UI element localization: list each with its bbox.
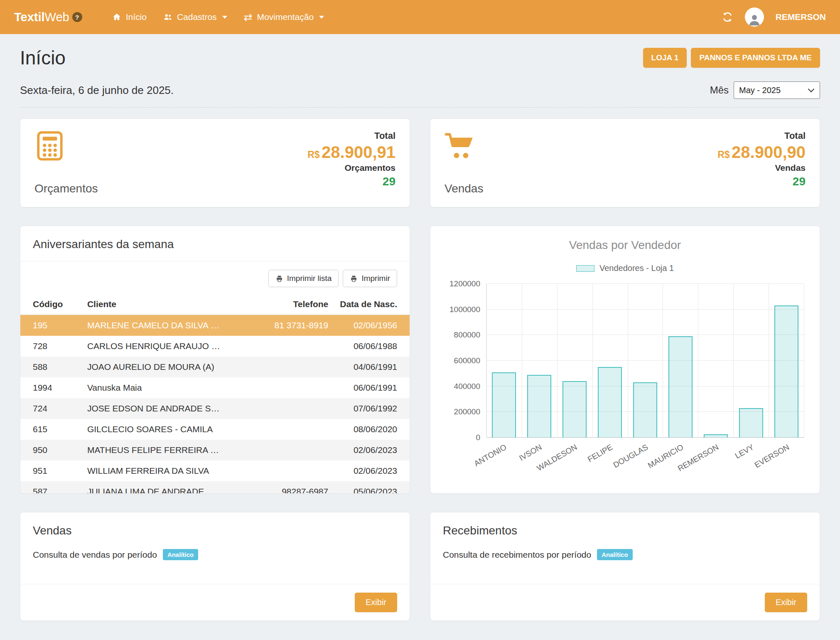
cell-codigo: 728 [20,336,81,357]
cell-telefone: 98287-6987 [250,481,334,494]
cell-telefone [250,460,334,481]
count-value: 29 [717,175,806,188]
cell-nascimento: 02/06/2023 [334,460,410,481]
home-icon [112,12,121,22]
x-axis: ANTONIOIVSONWALDESONFELIPEDOUGLASMAURICI… [486,438,804,472]
chevron-down-icon [319,16,324,19]
gridline [804,284,804,438]
exibir-button[interactable]: Exibir [355,593,397,612]
chevron-down-icon [222,16,227,19]
cell-nascimento: 04/06/1991 [334,357,410,377]
summary-label: Orçamentos [34,182,98,195]
printer-icon [350,275,358,283]
cell-cliente: JOSE EDSON DE ANDRADE S… [81,398,251,419]
birthday-row[interactable]: 728 CARLOS HENRIQUE ARAUJO … 06/06/1988 [20,336,410,357]
nav-inicio-label: Início [126,12,147,22]
cell-cliente: MATHEUS FELIPE FERREIRA … [81,440,251,460]
brand-light: Web [45,10,69,24]
cell-cliente: JOAO AURELIO DE MOURA (A) [81,357,251,377]
bar-waldeson [562,381,587,438]
month-select[interactable]: May - 2025 [734,81,820,99]
help-icon[interactable]: ? [72,12,82,22]
bar-ivson [527,375,551,438]
report-description: Consulta de recebimentos por período [443,550,591,560]
birthday-row[interactable]: 1994 Vanuska Maia 06/06/1991 [20,377,410,398]
cell-cliente: GILCLECIO SOARES - CAMILA [81,419,251,440]
x-axis-label: WALDESON [535,443,579,473]
reports-section: Vendas Consulta de vendas por período An… [20,512,820,621]
analitico-badge: Analítico [597,549,632,560]
store-button[interactable]: LOJA 1 [643,48,687,68]
company-button[interactable]: PANNOS E PANNOS LTDA ME [691,48,820,68]
avatar[interactable] [745,7,764,27]
month-label: Mês [710,84,729,96]
cell-telefone [250,336,334,357]
recebimentos-report-card: Recebimentos Consulta de recebimentos po… [430,512,820,621]
page-title: Início [20,47,66,69]
cell-nascimento: 02/06/1956 [334,315,410,336]
total-label: Total [717,130,806,141]
birthday-row[interactable]: 587 JULIANA LIMA DE ANDRADE 98287-6987 0… [20,481,410,494]
cell-codigo: 950 [20,440,81,460]
report-title: Vendas [33,524,397,537]
y-axis-tick: 0 [476,433,480,442]
exibir-button[interactable]: Exibir [765,593,807,612]
birthday-row[interactable]: 615 GILCLECIO SOARES - CAMILA 08/06/2020 [20,419,410,440]
birthday-row[interactable]: 588 JOAO AURELIO DE MOURA (A) 04/06/1991 [20,357,410,377]
cell-codigo: 588 [20,357,81,377]
chart-title: Vendas por Vendedor [430,239,820,252]
month-select-wrap: May - 2025 [734,81,820,99]
birthday-row[interactable]: 724 JOSE EDSON DE ANDRADE S… 07/06/1992 [20,398,410,419]
y-axis-tick: 1200000 [449,279,480,288]
report-description: Consulta de vendas por período [33,550,157,560]
nav-movimentacao[interactable]: ⇄ Movimentação [236,7,333,27]
birthdays-title: Aniversariantes da semana [33,238,397,251]
bar-douglas [633,382,657,438]
y-axis-tick: 1000000 [449,305,480,314]
nav-inicio[interactable]: Início [104,7,155,27]
cell-telefone [250,357,334,377]
refresh-icon[interactable] [722,11,733,23]
nav-cadastros[interactable]: Cadastros [155,7,236,27]
chart-legend[interactable]: Vendedores - Loja 1 [430,263,820,273]
birthdays-card: Aniversariantes da semana Imprimir lista [20,226,410,494]
gridline [557,284,558,438]
nav-movimentacao-label: Movimentação [257,12,314,22]
count-label: Vendas [717,163,806,173]
birthday-row[interactable]: 950 MATHEUS FELIPE FERREIRA … 02/06/2023 [20,440,410,460]
cell-codigo: 1994 [20,377,81,398]
print-button[interactable]: Imprimir [343,270,397,287]
brand-bold: Textil [14,10,45,24]
transfer-arrows-icon: ⇄ [244,12,253,22]
cell-nascimento: 06/06/1988 [334,336,410,357]
bar-felipe [598,367,622,438]
birthday-row-selected[interactable]: 195 MARLENE CAMELO DA SILVA … 81 3731-89… [20,315,410,336]
cell-cliente: CARLOS HENRIQUE ARAUJO … [81,336,251,357]
legend-label: Vendedores - Loja 1 [599,263,674,273]
cell-codigo: 587 [20,481,81,494]
print-list-button[interactable]: Imprimir lista [268,270,339,287]
x-axis-label: FELIPE [586,443,614,464]
username[interactable]: REMERSON [776,12,826,22]
summary-label: Vendas [445,182,483,195]
gridline [486,309,804,310]
cell-codigo: 195 [20,315,81,336]
cell-cliente: Vanuska Maia [81,377,251,398]
birthday-row[interactable]: 951 WILLIAM FERREIRA DA SILVA 02/06/2023 [20,460,410,481]
currency-symbol: R$ [717,149,729,160]
report-title: Recebimentos [443,524,807,537]
x-axis-label: ANTONIO [473,443,508,468]
count-label: Orçamentos [307,163,395,173]
main-content: Início LOJA 1 PANNOS E PANNOS LTDA ME Se… [0,34,840,638]
col-header-telefone: Telefone [250,294,334,315]
separator [20,107,820,108]
cell-nascimento: 07/06/1992 [334,398,410,419]
col-header-codigo: Código [20,294,81,315]
app-logo[interactable]: TextilWeb ? [14,10,82,24]
gridline [592,284,593,438]
cell-nascimento: 08/06/2020 [334,419,410,440]
cell-telefone [250,419,334,440]
cell-cliente: JULIANA LIMA DE ANDRADE [81,481,251,494]
bar-mauricio [668,336,693,438]
gridline [698,284,698,438]
